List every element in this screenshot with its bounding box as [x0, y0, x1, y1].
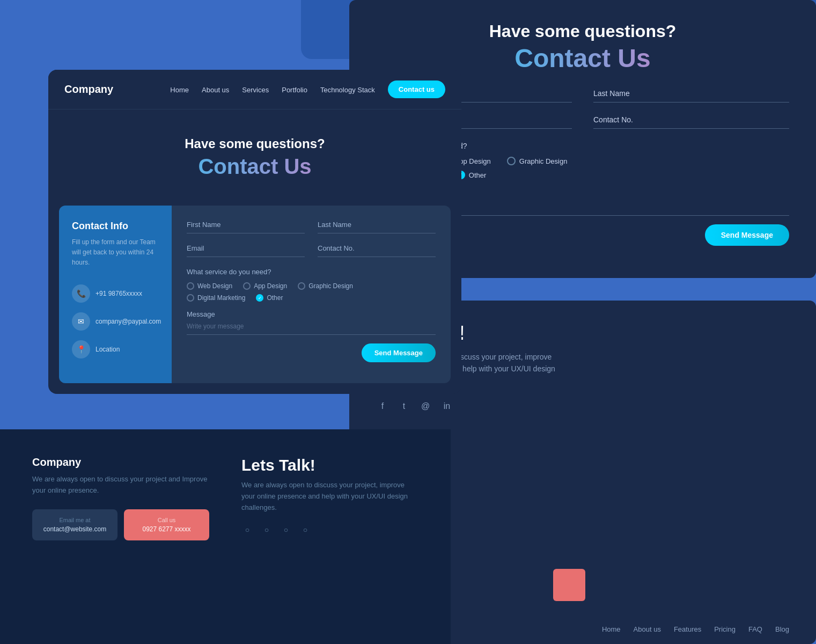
lastname-group: Last Name: [318, 221, 436, 233]
email-detail: ✉ company@paypal.com: [72, 312, 159, 331]
info-panel: Contact Info Fill up the form and our Te…: [59, 206, 172, 383]
back-footer-blog[interactable]: Blog: [775, 625, 789, 633]
radio-webdesign-label: Web Design: [197, 282, 232, 290]
back-footer-pricing[interactable]: Pricing: [714, 625, 736, 633]
email-label: Email: [187, 244, 305, 252]
footer-brand-desc: We are always open to discuss your proje…: [32, 474, 209, 496]
info-description: Fill up the form and our Team will get b…: [72, 237, 159, 268]
phone-detail: 📞 +91 98765xxxxx: [72, 284, 159, 303]
radio-webdesign[interactable]: Web Design: [187, 282, 232, 290]
radio-graphicdesign-label: Graphic Design: [308, 282, 353, 290]
hero-title: Contact Us: [64, 155, 445, 179]
back-radio-other-label: Other: [469, 171, 487, 179]
footer-email-label: Email me at: [41, 517, 109, 523]
message-input-placeholder[interactable]: Write your message: [187, 323, 436, 335]
back-radio-graphicdesign[interactable]: Graphic Design: [507, 157, 568, 165]
send-row: Send Message: [187, 343, 436, 362]
radio-other[interactable]: Other: [256, 294, 283, 302]
nav-about[interactable]: About us: [202, 86, 229, 94]
linkedin-icon[interactable]: in: [440, 400, 453, 413]
nav-portfolio[interactable]: Portfolio: [282, 86, 307, 94]
back-hero-title: Contact Us: [376, 43, 789, 73]
service-question: What service do you need?: [187, 268, 436, 276]
footer-lets-talk: Lets Talk! We are always open to discuss…: [241, 456, 418, 540]
r-circle-other: [256, 294, 263, 302]
r-circle-webdesign: [187, 282, 194, 290]
back-hero-subtitle: Have some questions?: [376, 21, 789, 41]
footer-grid: Company We are always open to discuss yo…: [32, 456, 418, 540]
footer-twitter-icon[interactable]: ○: [261, 524, 273, 536]
footer-social-icons: ○ ○ ○ ○: [241, 524, 418, 536]
footer-instagram-icon[interactable]: ○: [280, 524, 292, 536]
contact-row: Email Contact No.: [187, 244, 436, 257]
message-section: Message Write your message: [187, 310, 436, 335]
nav-home[interactable]: Home: [170, 86, 189, 94]
footer-call-btn[interactable]: Call us 0927 6277 xxxxx: [124, 509, 209, 540]
footer-facebook-icon[interactable]: ○: [241, 524, 253, 536]
footer-email-value: contact@website.com: [41, 525, 109, 533]
back-contactno-line: [593, 128, 789, 129]
radio-digitalmarketing-label: Digital Marketing: [197, 294, 245, 302]
email-underline: [187, 257, 305, 257]
phone-text: +91 98765xxxxx: [95, 290, 142, 297]
r-circle-digitalmarketing: [187, 294, 194, 302]
back-lastname-group: Last Name: [593, 89, 789, 103]
main-contact-card: Company Home About us Services Portfolio…: [48, 70, 461, 394]
radio-digitalmarketing[interactable]: Digital Marketing: [187, 294, 245, 302]
r-circle-graphicdesign: [298, 282, 305, 290]
back-lastname-line: [593, 102, 789, 103]
instagram-icon[interactable]: @: [419, 400, 432, 413]
radio-other-label: Other: [267, 294, 283, 302]
nav-techstack[interactable]: Technology Stack: [320, 86, 375, 94]
facebook-icon[interactable]: f: [376, 400, 389, 413]
radio-appdesign-label: App Design: [254, 282, 287, 290]
footer-brand-name: Company: [32, 456, 209, 469]
footer-talk-desc: We are always open to discuss your proje…: [241, 480, 418, 513]
contact-area: Contact Info Fill up the form and our Te…: [59, 206, 451, 383]
send-message-button[interactable]: Send Message: [362, 343, 436, 362]
email-text: company@paypal.com: [95, 318, 161, 325]
twitter-icon[interactable]: t: [398, 400, 410, 413]
back-footer-about[interactable]: About us: [634, 625, 661, 633]
footer-linkedin-icon[interactable]: ○: [299, 524, 311, 536]
form-panel: First Name Last Name Email Cont: [172, 206, 451, 383]
navbar: Company Home About us Services Portfolio…: [48, 70, 461, 109]
back-footer-features[interactable]: Features: [674, 625, 701, 633]
footer-cta-row: Email me at contact@website.com Call us …: [32, 509, 209, 540]
navbar-contact-button[interactable]: Contact us: [388, 80, 445, 98]
firstname-group: First Name: [187, 221, 305, 233]
back-footer-faq[interactable]: FAQ: [748, 625, 762, 633]
pink-square-decoration: [553, 569, 585, 601]
back-radio-graphicdesign-label: Graphic Design: [519, 157, 568, 165]
navbar-links: Home About us Services Portfolio Technol…: [170, 85, 374, 94]
back-send-button[interactable]: Send Message: [705, 224, 789, 246]
email-icon: ✉: [72, 312, 90, 331]
back-footer-home[interactable]: Home: [602, 625, 621, 633]
footer-email-btn[interactable]: Email me at contact@website.com: [32, 509, 117, 540]
location-text: Location: [95, 346, 120, 353]
contactno-label: Contact No.: [318, 244, 436, 252]
name-row: First Name Last Name: [187, 221, 436, 233]
message-label: Message: [187, 310, 436, 318]
email-group: Email: [187, 244, 305, 257]
lets-talk-back-social: f t @ in: [376, 400, 789, 413]
footer-call-value: 0927 6277 xxxxx: [133, 525, 201, 533]
phone-icon: 📞: [72, 284, 90, 303]
lastname-label: Last Name: [318, 221, 436, 229]
lastname-underline: [318, 233, 436, 233]
radio-graphicdesign[interactable]: Graphic Design: [298, 282, 353, 290]
nav-services[interactable]: Services: [242, 86, 269, 94]
firstname-underline: [187, 233, 305, 233]
r-circle-appdesign: [243, 282, 251, 290]
back-footer-nav: Home About us Features Pricing FAQ Blog: [602, 625, 789, 633]
back-contactno-group: Contact No.: [593, 115, 789, 129]
service-radio-row-1: Web Design App Design Graphic Design: [187, 282, 436, 290]
hero-subtitle: Have some questions?: [64, 136, 445, 151]
firstname-label: First Name: [187, 221, 305, 229]
radio-appdesign[interactable]: App Design: [243, 282, 287, 290]
back-contactno-label: Contact No.: [593, 115, 789, 124]
footer-section: Company We are always open to discuss yo…: [0, 429, 451, 644]
radio-circle-graphicdesign: [507, 157, 516, 165]
service-radio-row-2: Digital Marketing Other: [187, 294, 436, 302]
footer-call-label: Call us: [133, 517, 201, 523]
